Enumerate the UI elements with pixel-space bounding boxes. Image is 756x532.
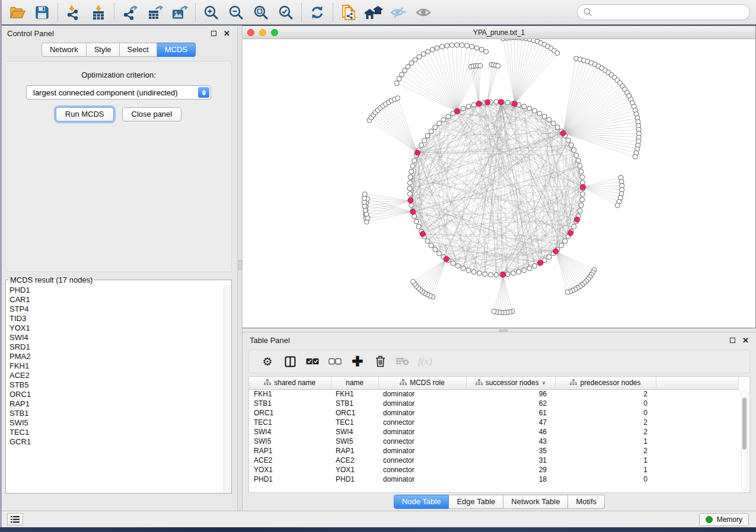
tab-network[interactable]: Network <box>42 43 87 57</box>
control-panel-title: Control Panel <box>7 29 211 38</box>
vertical-splitter[interactable] <box>237 25 243 511</box>
mcds-result-item[interactable]: RAP1 <box>9 399 221 409</box>
table-row[interactable]: YOX1YOX1connector291 <box>249 465 738 475</box>
open-file-icon[interactable] <box>5 2 30 23</box>
table-row[interactable]: SWI4SWI4dominator462 <box>249 427 738 437</box>
mcds-result-item[interactable]: SWI4 <box>9 333 221 342</box>
mcds-result-item[interactable]: PMA2 <box>9 352 221 361</box>
mcds-result-item[interactable]: SRD1 <box>9 342 221 352</box>
mcds-result-item[interactable]: TEC1 <box>9 428 221 437</box>
mcds-result-item[interactable]: STB1 <box>9 409 221 418</box>
table-cell: ACE2 <box>249 456 331 465</box>
table-cell: connector <box>378 465 466 475</box>
tab-node-table[interactable]: Node Table <box>394 495 449 509</box>
splitter-grip-icon[interactable] <box>238 260 242 270</box>
table-row[interactable]: STB1STB1dominator620 <box>249 399 738 408</box>
table-row[interactable]: TEC1TEC1connector472 <box>249 418 738 427</box>
delete-column-icon[interactable] <box>369 351 391 371</box>
table-row[interactable]: FKH1FKH1dominator962 <box>249 389 738 399</box>
memory-button[interactable]: Memory <box>699 513 749 526</box>
column-header-predecessor-nodes[interactable]: predecessor nodes <box>555 377 656 389</box>
search-input[interactable] <box>596 8 744 17</box>
function-builder-icon[interactable]: f(x) <box>414 351 436 371</box>
tab-style[interactable]: Style <box>87 43 120 57</box>
export-image-icon[interactable] <box>167 2 192 23</box>
table-cell: 2 <box>555 418 656 427</box>
search-box[interactable] <box>577 4 750 20</box>
delete-table-icon[interactable] <box>391 351 414 371</box>
mcds-result-item[interactable]: STB5 <box>9 380 221 390</box>
mcds-result-item[interactable]: TID3 <box>9 314 221 323</box>
zoom-in-icon[interactable] <box>199 2 224 23</box>
table-cell: 0 <box>555 475 656 484</box>
zoom-fit-icon[interactable] <box>248 2 273 23</box>
hide-selected-icon[interactable] <box>386 2 411 23</box>
mcds-result-item[interactable]: ORC1 <box>9 390 221 399</box>
mcds-result-item[interactable]: CAR1 <box>9 295 221 305</box>
table-cell: dominator <box>378 399 466 408</box>
network-canvas[interactable] <box>243 39 755 328</box>
column-header-name[interactable]: name <box>331 377 378 389</box>
tab-mcds[interactable]: MCDS <box>157 43 196 57</box>
network-graph[interactable] <box>243 39 754 329</box>
deselect-all-icon[interactable] <box>324 351 346 371</box>
table-row[interactable]: ORC1ORC1dominator610 <box>249 408 738 418</box>
mcds-result-item[interactable]: SWI5 <box>9 418 221 428</box>
add-column-icon[interactable]: ✚ <box>346 351 369 371</box>
export-table-icon[interactable] <box>142 2 167 23</box>
first-neighbors-icon[interactable] <box>361 2 386 23</box>
import-network-icon[interactable] <box>61 2 86 23</box>
column-label: successor nodes <box>486 379 539 387</box>
table-panel-header: Table Panel ✕ <box>243 332 756 348</box>
table-cell: 43 <box>466 437 555 446</box>
run-mcds-button[interactable]: Run MCDS <box>56 107 114 121</box>
table-row[interactable]: SWI5SWI5connector431 <box>249 437 738 446</box>
column-header-shared-name[interactable]: shared name <box>249 377 331 389</box>
zoom-out-icon[interactable] <box>224 2 248 23</box>
column-header-MCDS-role[interactable]: MCDS role <box>378 377 466 389</box>
refresh-layout-icon[interactable] <box>305 2 330 23</box>
save-session-icon[interactable] <box>30 2 55 23</box>
mcds-result-item[interactable]: GCR1 <box>9 437 221 447</box>
horizontal-splitter[interactable] <box>243 328 756 332</box>
table-cell: 47 <box>466 418 555 427</box>
column-header-successor-nodes[interactable]: successor nodes∨ <box>466 377 555 389</box>
task-history-icon[interactable] <box>7 513 23 525</box>
memory-label: Memory <box>717 515 742 524</box>
cytoscape-window: Control Panel ✕ NetworkStyleSelectMCDS O… <box>0 0 756 532</box>
table-scrollbar-thumb[interactable] <box>742 398 747 450</box>
close-panel-icon[interactable]: ✕ <box>742 336 749 344</box>
column-label: MCDS role <box>410 379 445 387</box>
show-column-panel-icon[interactable] <box>279 351 301 371</box>
table-row[interactable]: ACE2ACE2connector311 <box>249 456 738 465</box>
column-label: name <box>346 379 363 387</box>
control-panel: Control Panel ✕ NetworkStyleSelectMCDS O… <box>0 25 237 511</box>
criterion-select[interactable]: largest connected component (undirected) <box>26 85 211 100</box>
float-panel-icon[interactable] <box>211 31 216 36</box>
table-cell: PHD1 <box>331 475 378 484</box>
mcds-result-item[interactable]: STP4 <box>9 305 221 314</box>
mcds-result-item[interactable]: YOX1 <box>9 323 221 333</box>
table-row[interactable]: RAP1RAP1dominator352 <box>249 446 738 456</box>
close-panel-button[interactable]: Close panel <box>122 107 182 121</box>
tab-select[interactable]: Select <box>120 43 157 57</box>
tab-motifs[interactable]: Motifs <box>568 495 605 509</box>
table-scrollbar[interactable] <box>741 391 748 491</box>
table-row[interactable]: PHD1PHD1dominator180 <box>249 475 738 484</box>
tab-network-table[interactable]: Network Table <box>503 495 568 509</box>
select-all-icon[interactable] <box>301 351 324 371</box>
float-panel-icon[interactable] <box>730 338 735 343</box>
import-table-icon[interactable] <box>86 2 111 23</box>
table-settings-icon[interactable]: ⚙ <box>256 351 279 371</box>
export-network-icon[interactable] <box>117 2 142 23</box>
zoom-selected-icon[interactable] <box>273 2 298 23</box>
mcds-list-scrollbar[interactable] <box>224 285 231 492</box>
mcds-result-item[interactable]: ACE2 <box>9 371 221 380</box>
show-all-icon[interactable] <box>411 2 436 23</box>
tab-edge-table[interactable]: Edge Table <box>449 495 503 509</box>
duplicate-network-icon[interactable] <box>336 2 361 23</box>
splitter-grip-icon[interactable] <box>499 329 508 332</box>
mcds-result-item[interactable]: PHD1 <box>9 286 221 295</box>
mcds-result-item[interactable]: FKH1 <box>9 361 221 371</box>
close-panel-icon[interactable]: ✕ <box>224 30 230 37</box>
